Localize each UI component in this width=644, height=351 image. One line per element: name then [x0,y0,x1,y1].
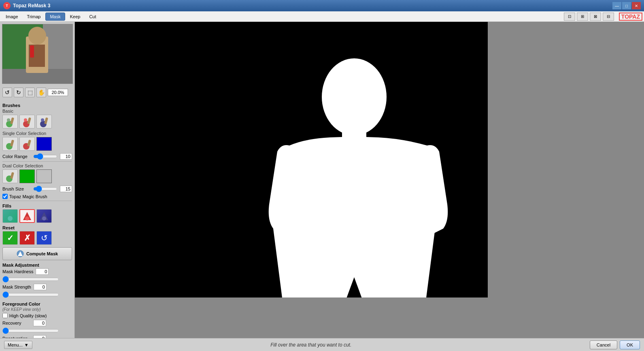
toolbar: ↺ ↻ ⬚ ✋ 20.0% [0,86,74,99]
ok-button[interactable]: OK [620,340,640,349]
redo-button[interactable]: ↻ [14,88,23,97]
color-range-slider[interactable] [33,154,57,159]
bottom-bar: Menu... ▼ Fill over the area that you wa… [0,338,644,351]
high-quality-checkbox[interactable] [2,313,8,318]
recovery-slider[interactable] [2,328,59,334]
select-brush-button[interactable] [36,115,52,128]
menu-cut[interactable]: Cut [85,13,100,20]
svg-rect-6 [30,45,34,58]
view-btn-4[interactable]: ⊟ [603,13,614,21]
svg-rect-14 [44,117,48,124]
tools-panel: Brushes Basic [0,99,74,338]
mask-strength-slider[interactable] [2,292,59,297]
desaturation-value: 0 [33,335,46,338]
view-btn-2[interactable]: ⊞ [577,13,588,21]
recovery-row: Recovery 0 [2,320,72,326]
dual-color-row [2,169,72,183]
topaz-logo: TOPAZ [619,13,642,21]
image-thumbnail [2,24,73,84]
close-button[interactable]: ✕ [632,2,641,9]
recovery-value: 0 [33,320,46,326]
menu-bar: Image Trimap Mask Keep Cut ⊡ ⊞ ⊠ ⊟ TOPAZ [0,11,644,22]
fill-cut-icon [21,210,33,222]
reset-green-button[interactable]: ✓ [2,231,18,245]
magic-brush-row: Topaz Magic Brush [2,194,72,199]
svg-rect-19 [27,139,31,146]
menu-image[interactable]: Image [2,13,22,20]
mask-strength-value: 0 [34,284,47,290]
main-container: ↺ ↻ ⬚ ✋ 20.0% Brushes Basic [0,22,644,338]
brushes-section-title: Brushes [2,103,72,108]
magic-brush-checkbox[interactable] [2,194,8,199]
dual-keep-icon [4,171,16,182]
svg-point-27 [42,216,46,220]
reset-blue-button[interactable]: ↺ [36,231,52,245]
mask-strength-row: Mask Strength 0 [2,284,72,290]
bottom-right-buttons: Cancel OK [590,340,640,349]
color-range-label: Color Range [2,154,31,159]
view-buttons: ⊡ ⊞ ⊠ ⊟ TOPAZ [564,13,642,21]
single-color-swatch[interactable] [36,137,52,151]
svg-point-4 [28,27,46,45]
svg-point-25 [25,216,29,220]
desaturation-label: Desaturation [2,336,31,338]
cancel-button[interactable]: Cancel [590,340,617,349]
single-cut-icon [21,138,33,150]
brush-size-slider[interactable] [33,186,57,192]
cut-brush-button[interactable] [19,115,35,128]
compute-mask-button[interactable]: Compute Mask [2,247,72,260]
brush-size-value: 15 [60,186,72,192]
dual-color-swatch-1[interactable] [19,169,35,183]
single-keep-button[interactable] [2,137,18,151]
divider-1 [2,161,72,162]
select-brush-icon [38,116,50,127]
undo-button[interactable]: ↺ [2,88,12,97]
single-cut-button[interactable] [19,137,35,151]
menu-button[interactable]: Menu... ▼ [4,341,32,349]
menu-mask[interactable]: Mask [45,13,65,21]
keep-brush-button[interactable] [2,115,18,128]
dual-keep-button[interactable] [2,169,18,183]
fill-select-button[interactable] [36,209,52,223]
divider-2 [2,201,72,201]
basic-brushes-title: Basic [2,109,72,113]
reset-red-button[interactable]: ✗ [19,231,35,245]
compute-mask-icon [17,250,24,257]
single-color-title: Single Color Selection [2,131,72,136]
minimize-button[interactable]: — [612,2,621,9]
menu-trimap[interactable]: Trimap [23,13,45,20]
svg-rect-21 [10,172,14,179]
zoom-level: 20.0% [48,89,68,96]
svg-point-12 [24,118,27,122]
svg-point-15 [41,118,44,122]
menu-button-label: Menu... [8,342,23,347]
mask-hardness-row: Mask Hardness 0 [2,268,72,275]
view-btn-3[interactable]: ⊠ [590,13,601,21]
compute-mask-label: Compute Mask [26,251,58,256]
reset-section-title: Reset [2,225,72,230]
mask-canvas[interactable] [75,22,488,297]
select-tool[interactable]: ⬚ [25,88,35,97]
reset-row: ✓ ✗ ↺ [2,231,72,245]
thumbnail-image [2,24,72,83]
brush-size-row: Brush Size 15 [2,186,72,192]
title-bar: T Topaz ReMask 3 — □ ✕ [0,0,644,11]
menu-keep[interactable]: Keep [66,13,85,20]
desaturation-row: Desaturation 0 [2,335,72,338]
keep-brush-icon [4,116,16,127]
view-btn-1[interactable]: ⊡ [564,13,575,21]
dual-color-title: Dual Color Selection [2,163,72,168]
dual-color-swatch-2[interactable] [36,169,52,183]
fill-cut-button[interactable] [19,209,35,223]
status-text: Fill over the area that you want to cut. [36,342,586,348]
svg-point-23 [8,216,13,221]
maximize-button[interactable]: □ [622,2,631,9]
canvas-area [75,22,644,338]
left-panel: ↺ ↻ ⬚ ✋ 20.0% Brushes Basic [0,22,75,338]
hand-tool[interactable]: ✋ [36,88,46,97]
svg-rect-17 [10,139,14,146]
fg-color-label: Foreground Color [2,302,72,306]
fill-keep-button[interactable] [2,209,18,223]
mask-hardness-slider[interactable] [2,276,59,282]
fill-keep-icon [4,210,16,222]
